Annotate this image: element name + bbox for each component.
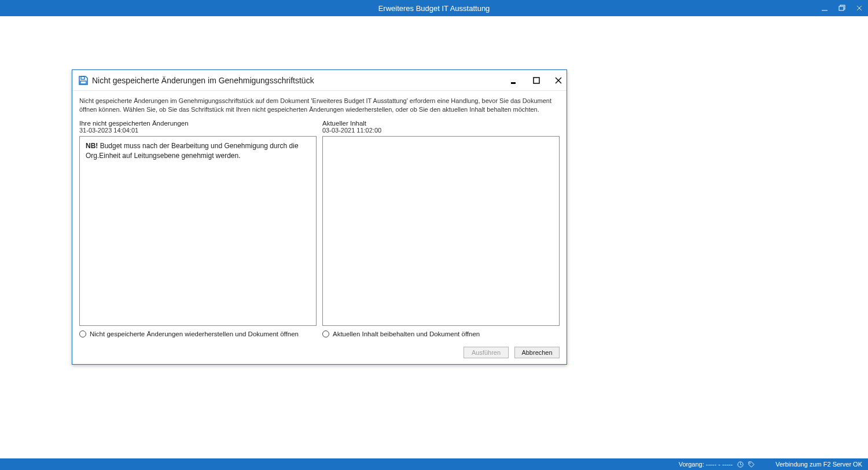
svg-point-14	[750, 462, 751, 464]
dialog-body: Nicht gespeicherte Änderungen im Genehmi…	[72, 91, 567, 344]
main-window-title: Erweiteres Budget IT Ausstattung	[378, 4, 490, 13]
maximize-icon	[533, 77, 540, 84]
svg-rect-8	[534, 78, 539, 83]
close-icon	[555, 77, 562, 84]
svg-rect-6	[80, 81, 86, 84]
main-titlebar: Erweiteres Budget IT Ausstattung	[0, 0, 868, 16]
restore-changes-radio-label: Nicht gespeicherte Änderungen wiederhers…	[90, 331, 299, 337]
svg-rect-7	[511, 82, 516, 84]
minimize-icon	[821, 5, 828, 12]
close-button[interactable]	[851, 0, 868, 16]
minimize-icon	[510, 76, 518, 85]
dialog-close-button[interactable]	[553, 75, 564, 86]
main-window-controls	[816, 0, 868, 16]
left-column-date: 31-03-2023 14:04:01	[79, 127, 317, 134]
right-column: Aktueller Inhalt 03-03-2021 11:02:00 Akt…	[322, 120, 560, 337]
left-content-box: NB! Budget muss nach der Bearbeitung und…	[79, 136, 317, 326]
radio-icon	[79, 331, 86, 337]
status-connection: Verbindung zum F2 Server OK	[775, 461, 862, 468]
unsaved-changes-dialog: Nicht gespeicherte Änderungen im Genehmi…	[72, 69, 567, 365]
dialog-maximize-button[interactable]	[531, 75, 542, 86]
radio-icon	[322, 331, 329, 337]
dialog-description: Nicht gespeicherte Änderungen im Genehmi…	[79, 97, 560, 114]
left-content-prefix: NB!	[86, 142, 98, 150]
svg-line-13	[741, 464, 742, 465]
right-content-box	[322, 136, 560, 326]
keep-current-radio-label: Aktuellen Inhalt beibehalten und Dokumen…	[333, 331, 480, 337]
restore-icon	[838, 5, 845, 12]
right-column-date: 03-03-2021 11:02:00	[322, 127, 560, 134]
dialog-buttons: Ausführen Abbrechen	[464, 347, 560, 358]
compare-columns: Ihre nicht gespeicherten Änderungen 31-0…	[79, 120, 560, 337]
keep-current-radio[interactable]: Aktuellen Inhalt beibehalten und Dokumen…	[322, 331, 560, 337]
execute-button[interactable]: Ausführen	[464, 347, 509, 358]
status-vorgang: Vorgang: ----- - -----	[679, 461, 733, 468]
close-icon	[856, 5, 863, 12]
dialog-header: Nicht gespeicherte Änderungen im Genehmi…	[72, 70, 567, 91]
right-column-header: Aktueller Inhalt	[322, 120, 560, 127]
restore-changes-radio[interactable]: Nicht gespeicherte Änderungen wiederhers…	[79, 331, 317, 337]
left-column: Ihre nicht gespeicherten Änderungen 31-0…	[79, 120, 317, 337]
left-column-header: Ihre nicht gespeicherten Änderungen	[79, 120, 317, 127]
svg-rect-2	[839, 6, 844, 10]
dialog-title: Nicht gespeicherte Änderungen im Genehmi…	[92, 76, 314, 85]
dialog-window-controls	[509, 70, 564, 91]
statusbar: Vorgang: ----- - ----- Verbindung zum F2…	[0, 458, 868, 470]
save-icon	[78, 75, 89, 86]
tag-icon	[748, 461, 755, 468]
clock-icon	[737, 461, 744, 468]
maximize-button[interactable]	[833, 0, 851, 16]
cancel-button[interactable]: Abbrechen	[514, 347, 560, 358]
left-content-rest: Budget muss nach der Bearbeitung und Gen…	[86, 142, 299, 160]
minimize-button[interactable]	[816, 0, 833, 16]
dialog-minimize-button[interactable]	[509, 75, 520, 86]
